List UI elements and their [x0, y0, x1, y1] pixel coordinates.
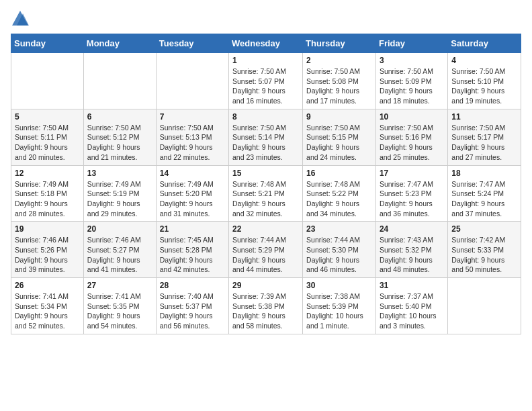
day-number: 14: [160, 169, 225, 178]
day-info: Sunrise: 7:44 AM Sunset: 5:30 PM Dayligh…: [306, 235, 372, 275]
calendar-cell: 4Sunrise: 7:50 AM Sunset: 5:10 PM Daylig…: [448, 53, 521, 109]
calendar-cell: 26Sunrise: 7:41 AM Sunset: 5:34 PM Dayli…: [11, 278, 84, 334]
day-number: 11: [451, 112, 517, 122]
day-info: Sunrise: 7:50 AM Sunset: 5:07 PM Dayligh…: [232, 66, 299, 106]
calendar-cell: 22Sunrise: 7:44 AM Sunset: 5:29 PM Dayli…: [229, 222, 303, 278]
day-info: Sunrise: 7:47 AM Sunset: 5:24 PM Dayligh…: [451, 179, 517, 219]
day-info: Sunrise: 7:37 AM Sunset: 5:40 PM Dayligh…: [380, 291, 444, 331]
day-info: Sunrise: 7:50 AM Sunset: 5:11 PM Dayligh…: [15, 123, 80, 163]
calendar-week-2: 5Sunrise: 7:50 AM Sunset: 5:11 PM Daylig…: [11, 109, 521, 165]
day-info: Sunrise: 7:50 AM Sunset: 5:15 PM Dayligh…: [306, 123, 372, 163]
day-number: 29: [232, 281, 299, 290]
day-number: 5: [15, 112, 80, 122]
calendar-cell: 17Sunrise: 7:47 AM Sunset: 5:23 PM Dayli…: [375, 165, 447, 222]
calendar-cell: 5Sunrise: 7:50 AM Sunset: 5:11 PM Daylig…: [11, 109, 84, 165]
day-number: 20: [87, 224, 152, 234]
day-info: Sunrise: 7:49 AM Sunset: 5:19 PM Dayligh…: [87, 179, 152, 219]
day-info: Sunrise: 7:50 AM Sunset: 5:10 PM Dayligh…: [451, 66, 517, 106]
day-number: 7: [160, 112, 225, 122]
day-info: Sunrise: 7:50 AM Sunset: 5:17 PM Dayligh…: [451, 123, 517, 163]
calendar-cell: 21Sunrise: 7:45 AM Sunset: 5:28 PM Dayli…: [156, 222, 228, 278]
calendar-cell: 20Sunrise: 7:46 AM Sunset: 5:27 PM Dayli…: [83, 222, 156, 278]
day-number: 13: [87, 169, 152, 178]
day-info: Sunrise: 7:48 AM Sunset: 5:21 PM Dayligh…: [232, 179, 299, 219]
calendar-cell: 23Sunrise: 7:44 AM Sunset: 5:30 PM Dayli…: [303, 222, 376, 278]
weekday-header-tuesday: Tuesday: [156, 34, 228, 53]
day-number: 10: [380, 112, 444, 122]
calendar-cell: 6Sunrise: 7:50 AM Sunset: 5:12 PM Daylig…: [83, 109, 156, 165]
day-info: Sunrise: 7:39 AM Sunset: 5:38 PM Dayligh…: [232, 291, 299, 331]
day-info: Sunrise: 7:41 AM Sunset: 5:35 PM Dayligh…: [87, 291, 152, 331]
day-number: 27: [87, 281, 152, 290]
day-number: 9: [306, 112, 372, 122]
calendar-cell: 12Sunrise: 7:49 AM Sunset: 5:18 PM Dayli…: [11, 165, 84, 222]
weekday-header-wednesday: Wednesday: [229, 34, 303, 53]
day-number: 25: [451, 224, 517, 234]
calendar-cell: 15Sunrise: 7:48 AM Sunset: 5:21 PM Dayli…: [229, 165, 303, 222]
day-info: Sunrise: 7:46 AM Sunset: 5:26 PM Dayligh…: [15, 235, 80, 275]
day-info: Sunrise: 7:50 AM Sunset: 5:16 PM Dayligh…: [380, 123, 444, 163]
calendar-cell: 16Sunrise: 7:48 AM Sunset: 5:22 PM Dayli…: [303, 165, 376, 222]
day-number: 12: [15, 169, 80, 178]
day-info: Sunrise: 7:50 AM Sunset: 5:09 PM Dayligh…: [380, 66, 444, 106]
calendar-cell: 13Sunrise: 7:49 AM Sunset: 5:19 PM Dayli…: [83, 165, 156, 222]
page: SundayMondayTuesdayWednesdayThursdayFrid…: [0, 0, 532, 345]
calendar-cell: [156, 53, 228, 109]
weekday-header-sunday: Sunday: [11, 34, 84, 53]
day-info: Sunrise: 7:49 AM Sunset: 5:20 PM Dayligh…: [160, 179, 225, 219]
day-info: Sunrise: 7:50 AM Sunset: 5:12 PM Dayligh…: [87, 123, 152, 163]
day-info: Sunrise: 7:47 AM Sunset: 5:23 PM Dayligh…: [380, 179, 444, 219]
day-info: Sunrise: 7:43 AM Sunset: 5:32 PM Dayligh…: [380, 235, 444, 275]
day-number: 8: [232, 112, 299, 122]
calendar-week-4: 19Sunrise: 7:46 AM Sunset: 5:26 PM Dayli…: [11, 222, 521, 278]
day-number: 4: [451, 56, 517, 65]
calendar-cell: 28Sunrise: 7:40 AM Sunset: 5:37 PM Dayli…: [156, 278, 228, 334]
calendar-cell: 10Sunrise: 7:50 AM Sunset: 5:16 PM Dayli…: [375, 109, 447, 165]
day-number: 16: [306, 169, 372, 178]
calendar-cell: 19Sunrise: 7:46 AM Sunset: 5:26 PM Dayli…: [11, 222, 84, 278]
calendar-cell: 9Sunrise: 7:50 AM Sunset: 5:15 PM Daylig…: [303, 109, 376, 165]
day-number: 2: [306, 56, 372, 65]
day-number: 21: [160, 224, 225, 234]
logo: [11, 9, 32, 28]
calendar-cell: 27Sunrise: 7:41 AM Sunset: 5:35 PM Dayli…: [83, 278, 156, 334]
calendar-cell: 1Sunrise: 7:50 AM Sunset: 5:07 PM Daylig…: [229, 53, 303, 109]
logo-icon: [11, 9, 30, 28]
calendar-cell: 25Sunrise: 7:42 AM Sunset: 5:33 PM Dayli…: [448, 222, 521, 278]
calendar-cell: 7Sunrise: 7:50 AM Sunset: 5:13 PM Daylig…: [156, 109, 228, 165]
day-info: Sunrise: 7:45 AM Sunset: 5:28 PM Dayligh…: [160, 235, 225, 275]
calendar-cell: [448, 278, 521, 334]
calendar-week-5: 26Sunrise: 7:41 AM Sunset: 5:34 PM Dayli…: [11, 278, 521, 334]
weekday-header-saturday: Saturday: [448, 34, 521, 53]
day-info: Sunrise: 7:40 AM Sunset: 5:37 PM Dayligh…: [160, 291, 225, 331]
weekday-header-monday: Monday: [83, 34, 156, 53]
calendar-cell: 2Sunrise: 7:50 AM Sunset: 5:08 PM Daylig…: [303, 53, 376, 109]
day-number: 18: [451, 169, 517, 178]
calendar-cell: 18Sunrise: 7:47 AM Sunset: 5:24 PM Dayli…: [448, 165, 521, 222]
day-info: Sunrise: 7:42 AM Sunset: 5:33 PM Dayligh…: [451, 235, 517, 275]
day-info: Sunrise: 7:49 AM Sunset: 5:18 PM Dayligh…: [15, 179, 80, 219]
day-number: 26: [15, 281, 80, 290]
day-number: 31: [380, 281, 444, 290]
day-info: Sunrise: 7:48 AM Sunset: 5:22 PM Dayligh…: [306, 179, 372, 219]
day-number: 23: [306, 224, 372, 234]
calendar-week-1: 1Sunrise: 7:50 AM Sunset: 5:07 PM Daylig…: [11, 53, 521, 109]
day-info: Sunrise: 7:50 AM Sunset: 5:13 PM Dayligh…: [160, 123, 225, 163]
day-info: Sunrise: 7:46 AM Sunset: 5:27 PM Dayligh…: [87, 235, 152, 275]
day-info: Sunrise: 7:50 AM Sunset: 5:14 PM Dayligh…: [232, 123, 299, 163]
day-number: 3: [380, 56, 444, 65]
header: [11, 7, 521, 28]
calendar-cell: 29Sunrise: 7:39 AM Sunset: 5:38 PM Dayli…: [229, 278, 303, 334]
day-number: 1: [232, 56, 299, 65]
day-info: Sunrise: 7:38 AM Sunset: 5:39 PM Dayligh…: [306, 291, 372, 331]
weekday-header-thursday: Thursday: [303, 34, 376, 53]
calendar-cell: 31Sunrise: 7:37 AM Sunset: 5:40 PM Dayli…: [375, 278, 447, 334]
calendar-cell: 30Sunrise: 7:38 AM Sunset: 5:39 PM Dayli…: [303, 278, 376, 334]
day-info: Sunrise: 7:50 AM Sunset: 5:08 PM Dayligh…: [306, 66, 372, 106]
day-number: 19: [15, 224, 80, 234]
calendar-cell: [11, 53, 84, 109]
calendar-cell: 8Sunrise: 7:50 AM Sunset: 5:14 PM Daylig…: [229, 109, 303, 165]
day-number: 15: [232, 169, 299, 178]
day-info: Sunrise: 7:41 AM Sunset: 5:34 PM Dayligh…: [15, 291, 80, 331]
day-number: 30: [306, 281, 372, 290]
